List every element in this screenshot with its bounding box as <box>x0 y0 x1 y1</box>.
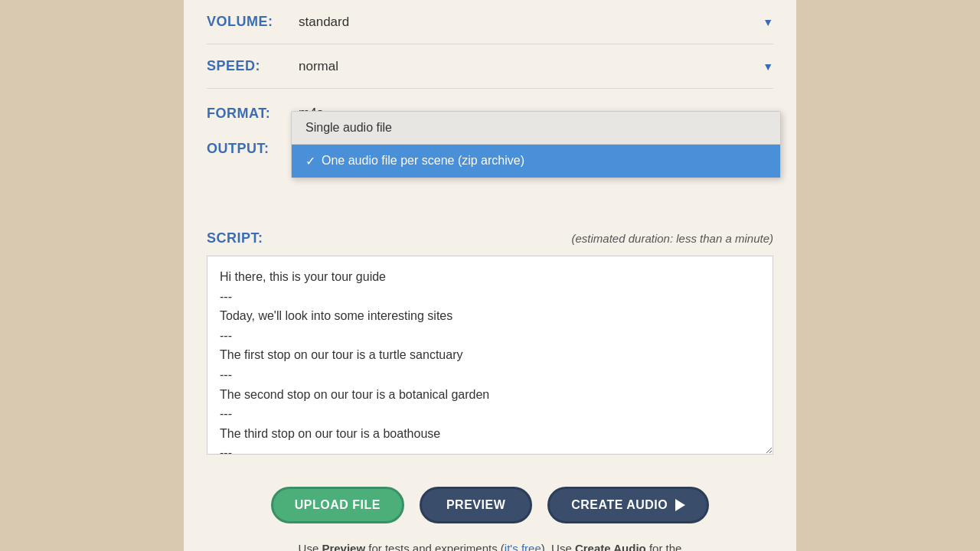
volume-dropdown-arrow[interactable]: ▼ <box>763 16 773 28</box>
play-icon <box>675 499 685 511</box>
button-row: UPLOAD FILE PREVIEW CREATE AUDIO <box>207 468 773 536</box>
upload-file-button[interactable]: UPLOAD FILE <box>271 487 404 523</box>
sidebar-left <box>0 0 184 551</box>
script-row: SCRIPT: (estimated duration: less than a… <box>207 217 773 468</box>
create-audio-word: Create Audio <box>575 542 646 551</box>
sidebar-right <box>796 0 980 551</box>
speed-dropdown-arrow[interactable]: ▼ <box>763 60 773 73</box>
script-textarea[interactable] <box>207 256 773 455</box>
volume-row: VOLUME: standard ▼ <box>207 0 773 44</box>
estimated-duration: (estimated duration: less than a minute) <box>572 232 773 245</box>
output-option-single-label: Single audio file <box>305 121 392 135</box>
create-audio-label: CREATE AUDIO <box>571 498 668 512</box>
script-label: SCRIPT: <box>207 230 263 246</box>
format-label: FORMAT: <box>207 106 299 122</box>
create-audio-button[interactable]: CREATE AUDIO <box>547 487 709 523</box>
output-label: OUTPUT: <box>207 141 299 157</box>
preview-button[interactable]: PREVIEW <box>420 487 532 523</box>
volume-value: standard <box>299 15 763 30</box>
speed-row: SPEED: normal ▼ <box>207 44 773 89</box>
preview-word: Preview <box>322 542 365 551</box>
volume-select-row: standard ▼ <box>299 15 773 30</box>
output-option-checkmark: ✓ <box>305 154 315 168</box>
script-header: SCRIPT: (estimated duration: less than a… <box>207 230 773 246</box>
output-dropdown-menu[interactable]: Single audio file ✓ One audio file per s… <box>291 111 781 178</box>
free-link[interactable]: it's free <box>505 542 541 551</box>
output-option-per-scene[interactable]: ✓ One audio file per scene (zip archive) <box>292 145 780 178</box>
output-option-single[interactable]: Single audio file <box>292 112 780 145</box>
speed-select-row: normal ▼ <box>299 59 773 74</box>
speed-value: normal <box>299 59 763 74</box>
content-area: VOLUME: standard ▼ SPEED: normal ▼ FORMA… <box>184 0 796 551</box>
volume-label: VOLUME: <box>207 14 299 30</box>
page-wrapper: VOLUME: standard ▼ SPEED: normal ▼ FORMA… <box>0 0 980 551</box>
output-row: OUTPUT: Single audio file ✓ One audio fi… <box>207 138 773 171</box>
output-option-per-scene-label: One audio file per scene (zip archive) <box>322 154 524 168</box>
footer-note: Use Preview for tests and experiments (i… <box>207 536 773 551</box>
speed-label: SPEED: <box>207 58 299 74</box>
